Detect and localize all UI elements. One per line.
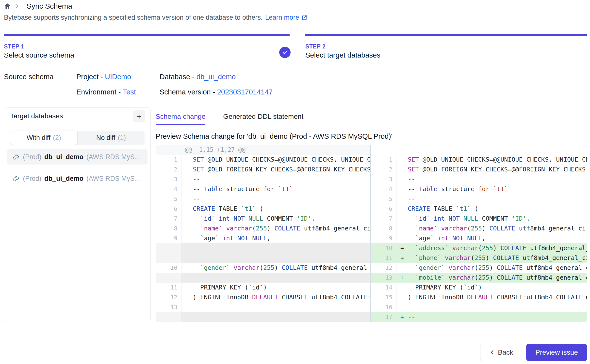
diff-row: 15) ENGINE=InnoDB DEFAULT CHARSET=utf8mb…: [371, 292, 587, 302]
back-button[interactable]: Back: [480, 344, 522, 361]
diff-row: 8 `name` varchar(255) COLLATE utf8mb4_ge…: [156, 224, 370, 233]
tab-with-diff[interactable]: With diff (2): [10, 131, 78, 145]
line-number: 5: [371, 194, 396, 204]
diff-marker: [396, 263, 408, 273]
add-target-database-button[interactable]: +: [133, 110, 145, 122]
diff-marker: +: [396, 273, 408, 283]
footer-divider: [4, 338, 587, 338]
preview-title: Preview Schema change for 'db_ui_demo (P…: [156, 132, 393, 140]
step1-subtitle: Select source schema: [4, 51, 74, 59]
code-line: --: [193, 174, 370, 184]
step1-check-icon: [279, 47, 291, 58]
sync-schema-page: Sync Schema Bytebase supports synchroniz…: [0, 0, 590, 364]
line-number: 8: [156, 224, 181, 233]
line-number: 15: [371, 292, 396, 302]
mysql-icon: [12, 174, 20, 183]
diff-marker: [181, 174, 193, 184]
line-number: 10: [156, 263, 181, 273]
code-line: [193, 243, 370, 253]
code-line: [193, 273, 370, 283]
environment-label: Environment -: [76, 88, 121, 96]
line-number: 7: [156, 214, 181, 224]
code-line: [193, 312, 370, 322]
code-line: --: [408, 194, 587, 204]
diff-marker: [181, 184, 193, 194]
line-number: 6: [156, 204, 181, 214]
target-databases-title: Target databases: [10, 112, 63, 120]
tab-schema-change[interactable]: Schema change: [156, 113, 205, 125]
diff-row: 11+ `phone` varchar(255) COLLATE utf8mb4…: [371, 253, 587, 263]
code-line: `gender` varchar(255) COLLATE utf8mb4_ge…: [408, 263, 587, 273]
diff-hunk-row: [371, 145, 587, 155]
back-button-label: Back: [498, 349, 513, 356]
tab-no-diff-count: (1): [118, 134, 126, 142]
home-icon[interactable]: [4, 3, 11, 10]
line-number: 7: [371, 214, 396, 224]
diff-row: 13: [156, 302, 370, 312]
line-number: 17: [371, 312, 396, 322]
diff-marker: [181, 155, 193, 165]
learn-more-link[interactable]: Learn more: [265, 14, 308, 21]
diff-row: [156, 253, 370, 263]
code-line: CREATE TABLE `t1` (: [408, 204, 587, 214]
line-number: 11: [156, 283, 181, 292]
code-line: `age` int NOT NULL,: [408, 233, 587, 243]
project-link[interactable]: UIDemo: [105, 73, 131, 81]
breadcrumb: Sync Schema: [4, 2, 72, 10]
line-number: 12: [156, 292, 181, 302]
diff-marker: [396, 165, 408, 174]
tab-no-diff-label: No diff: [96, 134, 115, 142]
line-number: 9: [371, 233, 396, 243]
diff-marker: [181, 302, 193, 312]
line-number: [156, 243, 181, 253]
code-line: -- Table structure for `t1`: [193, 184, 370, 194]
code-line: `name` varchar(255) COLLATE utf8mb4_gene…: [193, 224, 370, 233]
diff-marker: +: [396, 312, 408, 322]
line-number: 3: [156, 174, 181, 184]
preview-issue-button[interactable]: Preview issue: [526, 344, 587, 361]
database-link[interactable]: db_ui_demo: [197, 73, 236, 81]
environment-link[interactable]: Test: [123, 88, 136, 96]
diff-row: 12 `gender` varchar(255) COLLATE utf8mb4…: [371, 263, 587, 273]
code-line: `id` int NOT NULL COMMENT 'ID',: [193, 214, 370, 224]
db-instance: (AWS RDS MySQL Prod): [86, 153, 143, 161]
diff-marker: [396, 292, 408, 302]
db-environment: (Prod): [23, 153, 41, 161]
diff-row: 11 PRIMARY KEY (`id`): [156, 283, 370, 292]
line-number: 8: [371, 224, 396, 233]
code-line: --: [408, 174, 587, 184]
line-number: 5: [156, 194, 181, 204]
diff-row: 10 `gender` varchar(255) COLLATE utf8mb4…: [156, 263, 370, 273]
step2-progress-bar: [305, 34, 587, 36]
diff-row: 4-- Table structure for `t1`: [371, 184, 587, 194]
diff-pane-source: @@ -1,15 +1,27 @@1SET @OLD_UNIQUE_CHECKS…: [156, 145, 371, 322]
tab-no-diff[interactable]: No diff (1): [78, 131, 145, 145]
code-line: SET @OLD_FOREIGN_KEY_CHECKS=@@FOREIGN_KE…: [193, 165, 370, 174]
diff-row: 3--: [371, 174, 587, 184]
db-instance: (AWS RDS MySQL Prod): [86, 175, 143, 182]
diff-marker: [181, 283, 193, 292]
database-label: Database -: [160, 73, 195, 81]
code-line: [408, 302, 587, 312]
diff-marker: [181, 263, 193, 273]
target-db-item[interactable]: (Prod) db_ui_demo (AWS RDS MySQL Prod): [7, 171, 148, 186]
diff-marker: [181, 253, 193, 263]
line-number: 4: [156, 184, 181, 194]
diff-marker: [181, 292, 193, 302]
target-db-item[interactable]: (Prod) db_ui_demo (AWS RDS MySQL Prod): [7, 149, 148, 165]
diff-row: 5--: [371, 194, 587, 204]
schema-version-link[interactable]: 20230317014147: [217, 88, 273, 96]
diff-row: [156, 273, 370, 283]
diff-row: 9 `age` int NOT NULL,: [371, 233, 587, 243]
diff-marker: [181, 224, 193, 233]
line-number: 9: [156, 233, 181, 243]
line-number: 11: [371, 253, 396, 263]
tab-generated-ddl[interactable]: Generated DDL statement: [223, 113, 303, 125]
diff-marker: [396, 214, 408, 224]
code-line: SET @OLD_FOREIGN_KEY_CHECKS=@@FOREIGN_KE…: [408, 165, 587, 174]
line-number: [156, 273, 181, 283]
chevron-left-icon: [489, 349, 495, 356]
diff-row: 1SET @OLD_UNIQUE_CHECKS=@@UNIQUE_CHECKS,…: [156, 155, 370, 165]
schema-view-tabs: Schema change Generated DDL statement: [156, 113, 303, 125]
diff-marker: +: [396, 243, 408, 253]
